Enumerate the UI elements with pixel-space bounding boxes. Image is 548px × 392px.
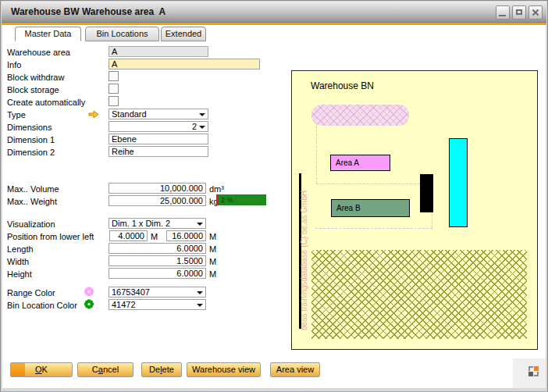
ok-button[interactable]: OK bbox=[10, 362, 73, 377]
tab-master-data[interactable]: Master Data bbox=[15, 27, 81, 41]
tab-label: Bin Locations bbox=[96, 29, 148, 38]
range-color-flower-icon bbox=[84, 287, 94, 297]
width-label: Width bbox=[7, 256, 29, 267]
tab-label: Master Data bbox=[25, 29, 72, 38]
bin-location-color-dropdown[interactable]: 41472 bbox=[109, 299, 206, 310]
minimize-button[interactable] bbox=[496, 5, 510, 20]
max-weight-label: Max.. Weight bbox=[7, 196, 57, 207]
resize-form-icon[interactable] bbox=[528, 366, 533, 371]
max-volume-label: Max.. Volume bbox=[7, 184, 59, 194]
area-view-label: Area view bbox=[276, 365, 314, 374]
create-automatically-label: Create automatically bbox=[7, 97, 85, 108]
info-label: Info bbox=[7, 59, 21, 70]
type-dropdown[interactable]: Standard bbox=[109, 109, 208, 119]
close-button[interactable] bbox=[528, 5, 543, 20]
range-color-label: Range Color bbox=[7, 287, 55, 298]
warehouse-view-label: Warehouse view bbox=[192, 365, 255, 374]
dimension2-label: Dimension 2 bbox=[7, 147, 55, 158]
block-withdraw-label: Block withdraw bbox=[7, 72, 64, 83]
chevron-down-icon bbox=[197, 223, 203, 226]
warehouse-name: Warehouse BN bbox=[311, 80, 374, 91]
dimensions-value: 2 bbox=[192, 122, 197, 131]
warehouse-area-label: Warehouse area bbox=[7, 47, 70, 58]
info-field[interactable]: A bbox=[109, 59, 260, 69]
position-y-field[interactable]: 16.0000 bbox=[166, 230, 206, 241]
dimension1-field[interactable]: Ebene bbox=[109, 134, 208, 144]
position-x-unit: M bbox=[151, 231, 158, 242]
bin-location-color-flower-icon bbox=[84, 299, 94, 309]
create-automatically-checkbox[interactable] bbox=[109, 96, 119, 106]
width-unit: M bbox=[209, 256, 216, 267]
length-unit: M bbox=[209, 244, 216, 255]
warehouse-view-button[interactable]: Warehouse view bbox=[187, 362, 261, 377]
area-b-label: Area B bbox=[336, 204, 361, 212]
max-volume-field[interactable]: 10,000.000 bbox=[109, 183, 206, 194]
dimensions-dropdown[interactable]: 2 bbox=[109, 121, 208, 132]
dimension1-label: Dimension 1 bbox=[7, 134, 55, 145]
height-unit: M bbox=[209, 269, 216, 280]
area-view-button[interactable]: Area view bbox=[270, 362, 320, 377]
ok-default-indicator bbox=[11, 363, 25, 376]
area-a-label: Area A bbox=[336, 159, 359, 167]
ok-label-rest: K bbox=[42, 365, 48, 374]
length-field[interactable]: 6.0000 bbox=[109, 243, 206, 254]
maximize-icon bbox=[516, 9, 522, 15]
delete-label: De bbox=[149, 365, 160, 374]
delete-label-rest: ete bbox=[162, 365, 174, 374]
area-a-shape[interactable]: Area A bbox=[330, 155, 390, 171]
title-bar[interactable]: Warehouse BW Warehouse area A bbox=[2, 2, 546, 23]
chevron-down-icon bbox=[199, 113, 205, 116]
max-weight-field[interactable]: 25,000.000 bbox=[109, 195, 206, 206]
warehouse-area-field: A bbox=[109, 46, 208, 57]
range-zone-shape[interactable] bbox=[311, 105, 409, 126]
cancel-button[interactable]: Cancel bbox=[77, 362, 133, 377]
resize-form-icon[interactable] bbox=[534, 372, 539, 376]
range-color-dropdown[interactable]: 16753407 bbox=[109, 287, 206, 298]
visualization-label: Visualization bbox=[7, 219, 55, 230]
tab-label: Extended bbox=[165, 29, 201, 38]
chevron-down-icon bbox=[197, 304, 203, 307]
position-x-field[interactable]: 4.0000 bbox=[109, 230, 148, 241]
width-field[interactable]: 1.5000 bbox=[109, 255, 206, 266]
max-volume-unit: dm³ bbox=[209, 184, 224, 194]
chevron-down-icon bbox=[197, 291, 203, 294]
resize-form-icon[interactable] bbox=[534, 366, 539, 371]
position-label: Position from lower left bbox=[7, 231, 94, 242]
visualization-dropdown[interactable]: Dim. 1 x Dim. 2 bbox=[109, 218, 206, 229]
minimize-icon bbox=[499, 15, 506, 16]
dashed-connector bbox=[315, 228, 432, 229]
tab-bin-locations[interactable]: Bin Locations bbox=[85, 27, 159, 41]
ok-label: O bbox=[35, 365, 42, 374]
tab-extended[interactable]: Extended bbox=[161, 27, 206, 41]
status-corner bbox=[513, 358, 546, 388]
warehouse-visualization-panel: Warehouse BN beas trainingsdatabase (C) … bbox=[291, 70, 538, 350]
type-label: Type bbox=[7, 109, 26, 120]
delete-button[interactable]: Delete bbox=[141, 362, 182, 377]
block-storage-label: Block storage bbox=[7, 84, 59, 95]
height-field[interactable]: 6.0000 bbox=[109, 268, 206, 279]
maximize-button[interactable] bbox=[512, 5, 526, 20]
cancel-label: C bbox=[92, 365, 98, 374]
dashed-connector bbox=[316, 126, 317, 184]
cancel-label-rest: ncel bbox=[103, 365, 119, 374]
block-storage-checkbox[interactable] bbox=[109, 84, 119, 94]
range-color-value: 16753407 bbox=[112, 287, 150, 297]
bin-location-color-label: Bin Location Color bbox=[7, 300, 77, 311]
block-withdraw-checkbox[interactable] bbox=[109, 71, 119, 81]
chevron-down-icon bbox=[199, 126, 205, 129]
length-label: Length bbox=[7, 244, 34, 255]
type-value: Standard bbox=[112, 109, 147, 119]
dimension2-field[interactable]: Reihe bbox=[109, 146, 208, 157]
watermark-text: beas trainingsdatabase (C) be.as GmbH bbox=[300, 199, 310, 330]
area-b-shape[interactable]: Area B bbox=[331, 199, 410, 217]
link-arrow-icon[interactable] bbox=[88, 109, 99, 119]
usage-bar-marker bbox=[216, 194, 219, 205]
height-label: Height bbox=[7, 269, 32, 280]
capacity-usage-bar: 2 % bbox=[216, 194, 266, 205]
black-block-shape[interactable] bbox=[420, 174, 433, 212]
hatched-storage-zone[interactable] bbox=[311, 250, 527, 339]
dashed-connector bbox=[316, 184, 432, 184]
cyan-block-shape[interactable] bbox=[449, 138, 468, 227]
resize-form-icon[interactable] bbox=[528, 372, 533, 376]
dimensions-label: Dimensions bbox=[7, 122, 52, 133]
